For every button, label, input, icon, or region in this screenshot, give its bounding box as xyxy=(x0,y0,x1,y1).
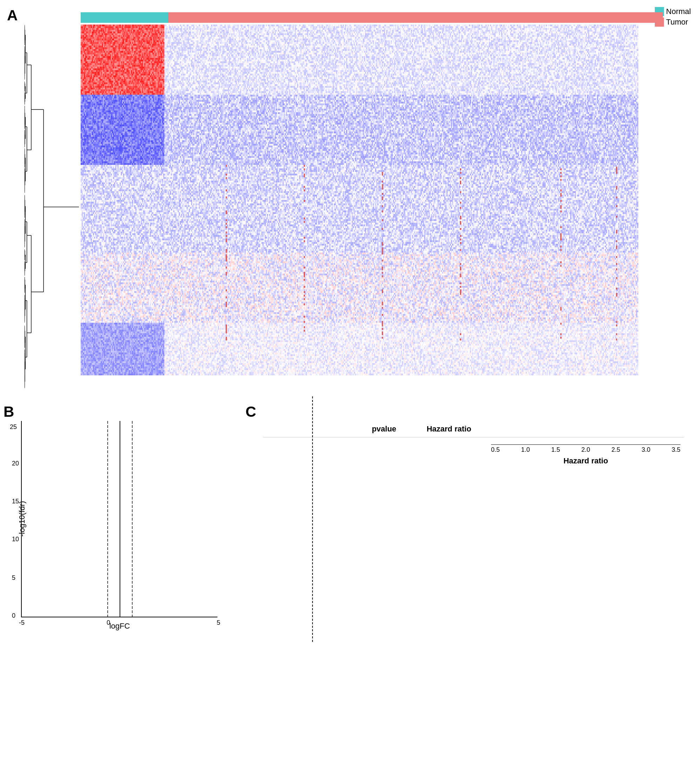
panel-a-label: A xyxy=(7,7,18,24)
volcano-area: logFC -log10(fdr) -5 0 5 0 5 10 15 20 25 xyxy=(21,421,217,617)
header-plot xyxy=(491,424,681,434)
dendrogram-left xyxy=(25,25,81,390)
hr-tick-20: 2.0 xyxy=(581,446,590,454)
forest-header: pvalue Hazard ratio xyxy=(263,424,684,438)
panel-b: B logFC -log10(fdr) -5 0 5 0 5 10 15 20 … xyxy=(3,403,232,632)
panel-c: C pvalue Hazard ratio 0.5 1.0 1.5 2.0 2.… xyxy=(245,403,691,666)
x-tick-0: 0 xyxy=(107,619,110,627)
panel-c-label: C xyxy=(245,403,256,420)
legend-tumor-label: Tumor xyxy=(666,18,688,27)
hr-tick-10: 1.0 xyxy=(521,446,530,454)
panel-a: A Normal Tumor xyxy=(3,3,694,390)
hr-tick-15: 1.5 xyxy=(552,446,560,454)
reference-line xyxy=(312,396,313,642)
header-hr: Hazard ratio xyxy=(407,424,491,434)
y-tick-10: 10 xyxy=(12,535,19,543)
header-pvalue: pvalue xyxy=(361,424,407,434)
panel-b-label: B xyxy=(3,403,14,420)
heatmap-container: LINC01116LINC02082LINC01116-AS2LINC00476… xyxy=(25,10,663,390)
color-bar-tumor xyxy=(168,12,663,23)
color-bar-row xyxy=(81,10,663,25)
heatmap-canvas xyxy=(81,25,638,375)
volcano-y-axis-label: -log10(fdr) xyxy=(18,501,27,536)
y-tick-15: 15 xyxy=(12,498,19,505)
y-tick-5: 5 xyxy=(12,574,15,582)
x-tick-neg5: -5 xyxy=(19,619,25,627)
volcano-canvas xyxy=(22,421,218,617)
y-tick-0: 0 xyxy=(12,612,15,620)
heatmap-grid-container: LINC01116LINC02082LINC01116-AS2LINC00476… xyxy=(81,25,663,390)
x-tick-5: 5 xyxy=(217,619,220,627)
forest-table: pvalue Hazard ratio 0.5 1.0 1.5 2.0 2.5 … xyxy=(263,424,684,466)
legend-normal-label: Normal xyxy=(666,7,691,16)
hr-tick-25: 2.5 xyxy=(611,446,620,454)
y-tick-25: 25 xyxy=(10,423,17,431)
hr-axis-container: 0.5 1.0 1.5 2.0 2.5 3.0 3.5 Hazard ratio xyxy=(263,444,684,466)
hr-tick-30: 3.0 xyxy=(641,446,650,454)
hr-axis-ticks: 0.5 1.0 1.5 2.0 2.5 3.0 3.5 xyxy=(491,444,681,454)
hr-axis-label: Hazard ratio xyxy=(491,456,681,466)
volcano-x-axis-label: logFC xyxy=(109,622,130,631)
hr-tick-05: 0.5 xyxy=(491,446,500,454)
color-bar-normal xyxy=(81,12,168,23)
color-bar xyxy=(81,12,663,23)
heatmap-right-section: LINC01116LINC02082LINC01116-AS2LINC00476… xyxy=(81,10,663,390)
y-tick-20: 20 xyxy=(12,460,19,467)
hr-tick-35: 3.5 xyxy=(672,446,681,454)
